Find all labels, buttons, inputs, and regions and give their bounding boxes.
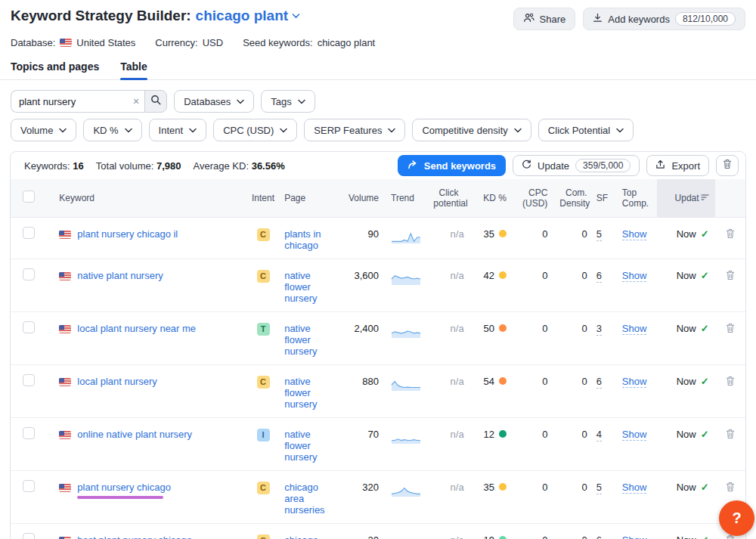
col-page[interactable]: Page [278, 179, 339, 217]
page-link[interactable]: plants in chicago [284, 228, 321, 251]
help-button[interactable]: ? [719, 500, 754, 536]
tab-topics-and-pages[interactable]: Topics and pages [11, 60, 99, 79]
keyword-link[interactable]: online native plant nursery [77, 429, 192, 440]
search-button[interactable] [144, 90, 167, 113]
col-update[interactable]: Updat [657, 179, 714, 217]
serp-features-count[interactable]: 3 [596, 323, 602, 336]
delete-row-button[interactable] [726, 270, 735, 280]
keyword-link[interactable]: local plant nursery [77, 376, 157, 387]
row-checkbox[interactable] [23, 321, 35, 333]
us-flag-icon [59, 272, 71, 280]
filter-dropdown-cpc-usd[interactable]: CPC (USD) [213, 119, 297, 141]
top-competitors-show-link[interactable]: Show [622, 534, 647, 539]
row-checkbox[interactable] [23, 374, 35, 386]
tab-table[interactable]: Table [120, 60, 147, 79]
top-competitors-show-link[interactable]: Show [622, 482, 647, 494]
filter-dropdown-tags[interactable]: Tags [261, 90, 314, 113]
keyword-link[interactable]: native plant nursery [77, 270, 163, 281]
click-potential-value: n/a [427, 311, 469, 364]
page-link[interactable]: native flower nursery [284, 376, 317, 410]
page-link[interactable]: chicago area nurseries [284, 482, 324, 516]
add-keywords-label: Add keywords [608, 14, 670, 25]
row-checkbox[interactable] [23, 427, 35, 439]
top-competitors-show-link[interactable]: Show [622, 376, 647, 388]
project-selector[interactable]: chicago plant [196, 8, 300, 24]
page-link[interactable]: native flower nursery [284, 270, 317, 304]
serp-features-count[interactable]: 5 [596, 482, 602, 494]
col-keyword[interactable]: Keyword [47, 179, 248, 217]
intent-badge[interactable]: C [257, 228, 270, 241]
page-link[interactable]: native flower nursery [284, 323, 317, 357]
col-com-density[interactable]: Com. Density [553, 179, 593, 217]
col-kd[interactable]: KD % [470, 179, 513, 217]
col-sf[interactable]: SF [593, 179, 616, 217]
top-competitors-show-link[interactable]: Show [622, 429, 647, 441]
col-click-potential[interactable]: Click potential [427, 179, 469, 217]
share-button[interactable]: Share [513, 8, 576, 30]
page-link[interactable]: native flower nursery [284, 429, 317, 463]
top-competitors-show-link[interactable]: Show [622, 270, 647, 282]
filter-dropdown-databases[interactable]: Databases [174, 90, 254, 113]
intent-badge[interactable]: C [257, 376, 270, 389]
keyword-link[interactable]: plant nursery chicago [77, 482, 171, 493]
delete-selected-button[interactable] [716, 155, 739, 176]
filter-dropdown-volume[interactable]: Volume [11, 119, 76, 141]
row-checkbox[interactable] [23, 227, 35, 239]
serp-features-count[interactable]: 4 [596, 429, 602, 441]
average-kd: Average KD: 36.56% [194, 160, 285, 172]
intent-badge[interactable]: I [257, 429, 270, 441]
col-intent[interactable]: Intent [248, 179, 278, 217]
delete-row-button[interactable] [726, 482, 735, 492]
intent-badge[interactable]: C [257, 482, 270, 494]
send-keywords-button[interactable]: Send keywords [398, 155, 506, 176]
intent-badge[interactable]: C [257, 270, 270, 283]
export-label: Export [671, 160, 700, 172]
keyword-link[interactable]: best plant nursery chicago [77, 534, 192, 539]
col-trend[interactable]: Trend [385, 179, 427, 217]
search-input[interactable] [11, 90, 128, 113]
volume-value: 320 [339, 470, 385, 523]
us-flag-icon [59, 231, 71, 239]
delete-row-button[interactable] [726, 323, 735, 333]
click-potential-value: n/a [427, 470, 469, 523]
serp-features-count[interactable]: 5 [596, 228, 602, 241]
col-volume[interactable]: Volume [339, 179, 385, 217]
serp-features-count[interactable]: 6 [596, 376, 602, 389]
delete-row-button[interactable] [726, 429, 735, 439]
serp-features-count[interactable]: 6 [596, 534, 602, 539]
update-count-badge: 359/5,000 [575, 159, 631, 172]
seed-keywords-meta: Seed keywords: chicago plant [243, 37, 375, 48]
chevron-down-icon [388, 128, 395, 133]
keyword-link[interactable]: plant nursery chicago il [77, 228, 178, 240]
page-link[interactable]: chicago area nurseries [284, 534, 324, 539]
us-flag-icon [59, 484, 71, 492]
delete-row-button[interactable] [726, 228, 735, 239]
delete-row-button[interactable] [726, 376, 735, 386]
filter-dropdown-click-potential[interactable]: Click Potential [538, 119, 634, 141]
col-top-comp[interactable]: Top Comp. [616, 179, 657, 217]
competitive-density-value: 0 [553, 470, 593, 523]
database-label: Database: [11, 37, 55, 48]
update-button[interactable]: Update 359/5,000 [513, 155, 640, 176]
top-competitors-show-link[interactable]: Show [622, 228, 647, 240]
select-all-checkbox[interactable] [23, 191, 35, 203]
kd-value: 35 [484, 228, 494, 240]
serp-features-count[interactable]: 6 [596, 270, 602, 283]
col-cpc[interactable]: CPC (USD) [513, 179, 553, 217]
intent-badge[interactable]: T [257, 323, 270, 336]
clear-search-icon[interactable]: × [128, 90, 144, 113]
add-keywords-button[interactable]: Add keywords 812/10,000 [583, 8, 745, 30]
row-checkbox[interactable] [23, 480, 35, 492]
top-competitors-show-link[interactable]: Show [622, 323, 647, 335]
row-checkbox[interactable] [23, 268, 35, 280]
export-button[interactable]: Export [646, 155, 709, 176]
row-checkbox[interactable] [23, 533, 35, 539]
kd-difficulty-dot [499, 271, 507, 279]
intent-badge[interactable]: C [257, 534, 270, 539]
updated-value: Now [677, 270, 696, 281]
keyword-link[interactable]: local plant nursery near me [77, 323, 196, 334]
filter-dropdown-serp-features[interactable]: SERP Features [304, 119, 405, 141]
filter-dropdown-competitive-density[interactable]: Competitive density [412, 119, 531, 141]
filter-dropdown-intent[interactable]: Intent [149, 119, 207, 141]
filter-dropdown-kd[interactable]: KD % [83, 119, 141, 141]
